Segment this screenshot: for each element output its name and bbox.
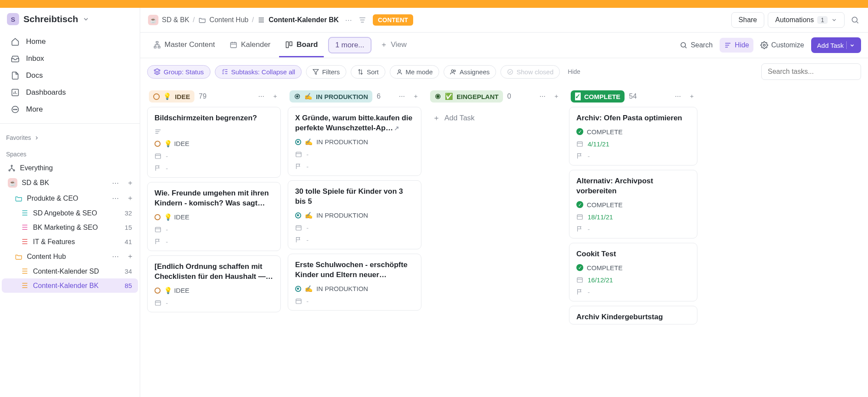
flag-icon[interactable]: [576, 288, 583, 295]
me-label: Me mode: [406, 68, 433, 76]
task-status[interactable]: 💡 IDEE: [155, 213, 273, 221]
plus-icon[interactable]: ＋: [127, 179, 134, 188]
favorites-section[interactable]: Favorites: [0, 127, 140, 144]
task-status[interactable]: ✓COMPLETE: [576, 264, 690, 271]
nav-home[interactable]: Home: [3, 33, 137, 50]
filter-hide[interactable]: Hide: [564, 68, 584, 75]
ellipsis-icon[interactable]: ⋯: [673, 91, 683, 102]
ellipsis-icon[interactable]: ⋯: [256, 91, 266, 102]
flag-icon[interactable]: [155, 165, 161, 172]
tab-kalender[interactable]: Kalender: [224, 33, 276, 57]
flag-icon[interactable]: [576, 225, 583, 232]
ellipsis-icon[interactable]: ⋯: [112, 252, 119, 261]
breadcrumb-current[interactable]: Content-Kalender BK: [269, 16, 339, 24]
tab-master-content[interactable]: Master Content: [147, 33, 221, 57]
tree-space-sdbk[interactable]: ☕ SD & BK ⋯ ＋: [2, 175, 138, 191]
flag-icon[interactable]: [155, 238, 161, 245]
status-chip-eingeplant[interactable]: ✅ EINGEPLANT: [430, 90, 503, 103]
status-chip-complete[interactable]: ✓ COMPLETE: [571, 90, 625, 103]
search-button[interactable]: Search: [675, 38, 717, 53]
calendar-icon[interactable]: [576, 140, 583, 147]
status-chip-produktion[interactable]: ✍️ IN PRODUKTION: [289, 90, 372, 103]
chevron-down-icon: [82, 16, 89, 23]
workspace-switcher[interactable]: S Schreibtisch: [0, 8, 140, 31]
breadcrumb-folder[interactable]: Content Hub: [210, 16, 249, 24]
task-status[interactable]: 💡 IDEE: [155, 140, 273, 148]
task-status[interactable]: ✓COMPLETE: [576, 201, 690, 208]
flag-icon[interactable]: [295, 236, 302, 243]
ellipsis-icon[interactable]: ⋯: [112, 179, 119, 187]
tree-list-sd-angebote[interactable]: ☰ SD Angebote & SEO 32: [2, 206, 138, 220]
calendar-icon[interactable]: [576, 213, 583, 220]
ellipsis-icon[interactable]: ⋯: [112, 194, 119, 202]
sort-pill[interactable]: Sort: [351, 65, 385, 79]
task-card[interactable]: Archiv: Ofen Pasta optimieren ✓COMPLETE …: [569, 107, 697, 165]
calendar-icon[interactable]: [295, 224, 302, 231]
task-status[interactable]: ✍️ IN PRODUKTION: [295, 285, 414, 293]
settings-icon[interactable]: [358, 16, 367, 24]
flag-icon[interactable]: [576, 152, 583, 159]
calendar-icon[interactable]: [295, 151, 302, 158]
plus-icon[interactable]: ＋: [270, 91, 280, 102]
show-closed-pill[interactable]: Show closed: [500, 65, 560, 79]
external-link-icon[interactable]: ↗: [394, 125, 399, 132]
nav-more[interactable]: More: [3, 101, 137, 118]
tree-everything[interactable]: Everything: [2, 161, 138, 175]
task-card[interactable]: 30 tolle Spiele für Kinder von 3 bis 5 ✍…: [288, 180, 421, 249]
plus-icon[interactable]: ＋: [127, 252, 134, 261]
tree-list-kalender-bk[interactable]: ☰ Content-Kalender BK 85: [2, 278, 138, 293]
task-card[interactable]: Alternativ: Archivpost vorbereiten ✓COMP…: [569, 170, 697, 238]
task-status[interactable]: ✍️ IN PRODUKTION: [295, 138, 414, 146]
nav-inbox[interactable]: Inbox: [3, 50, 137, 67]
task-card[interactable]: [Endlich Ordnung schaffen mit Checkliste…: [147, 255, 281, 312]
task-card[interactable]: Wie. Freunde umgehen mit ihren Kindern -…: [147, 182, 281, 251]
add-task-button[interactable]: Add Task: [811, 37, 861, 53]
add-view[interactable]: ＋ View: [374, 33, 413, 58]
plus-icon[interactable]: ＋: [687, 91, 697, 102]
ellipsis-icon[interactable]: ⋯: [345, 16, 352, 24]
nav-dashboards[interactable]: Dashboards: [3, 84, 137, 101]
ellipsis-icon[interactable]: ⋯: [397, 91, 407, 102]
task-card[interactable]: Archiv Kindergeburtstag: [569, 306, 697, 324]
add-task-inline[interactable]: ＋ Add Task: [428, 107, 564, 129]
calendar-icon[interactable]: [155, 152, 161, 159]
task-card[interactable]: Erste Schulwochen - erschöpfte Kinder un…: [288, 254, 421, 311]
task-status[interactable]: 💡 IDEE: [155, 287, 273, 294]
plus-icon[interactable]: ＋: [411, 91, 421, 102]
plus-icon[interactable]: ＋: [127, 194, 134, 203]
nav-docs[interactable]: Docs: [3, 67, 137, 84]
ellipsis-icon[interactable]: ⋯: [538, 91, 547, 102]
tab-board[interactable]: Board: [279, 33, 324, 57]
subtasks-pill[interactable]: Subtasks: Collapse all: [215, 65, 302, 79]
search-icon[interactable]: [848, 13, 862, 27]
breadcrumb-space[interactable]: SD & BK: [162, 16, 189, 24]
customize-button[interactable]: Customize: [756, 38, 809, 53]
task-status[interactable]: ✍️ IN PRODUKTION: [295, 212, 414, 219]
calendar-icon[interactable]: [576, 276, 583, 283]
task-card[interactable]: Bildschirmzeiten begrenzen? 💡 IDEE - -: [147, 107, 281, 178]
me-mode-pill[interactable]: Me mode: [390, 65, 440, 79]
list-tag[interactable]: CONTENT: [373, 14, 414, 26]
calendar-icon[interactable]: [295, 298, 302, 304]
task-card[interactable]: X Gründe, warum bitte.kaufen die perfekt…: [288, 107, 421, 176]
tree-folder-produkte[interactable]: Produkte & CEO ⋯ ＋: [2, 191, 138, 206]
calendar-icon[interactable]: [155, 226, 161, 233]
tree-folder-content-hub[interactable]: Content Hub ⋯ ＋: [2, 249, 138, 264]
status-chip-idee[interactable]: 💡 IDEE: [149, 90, 194, 103]
share-button[interactable]: Share: [731, 12, 765, 28]
assignees-pill[interactable]: Assignees: [444, 65, 496, 79]
tree-list-kalender-sd[interactable]: ☰ Content-Kalender SD 34: [2, 264, 138, 278]
calendar-icon[interactable]: [155, 299, 161, 306]
flag-icon[interactable]: [295, 163, 302, 170]
task-card[interactable]: Cookit Test ✓COMPLETE 16/12/21 -: [569, 243, 697, 301]
task-status[interactable]: ✓COMPLETE: [576, 128, 690, 136]
tree-list-it-features[interactable]: ☰ IT & Features 41: [2, 235, 138, 249]
automations-button[interactable]: Automations 1: [768, 12, 845, 28]
plus-icon[interactable]: ＋: [552, 91, 561, 102]
tab-more[interactable]: 1 more...: [328, 37, 371, 53]
filters-pill[interactable]: Filters: [306, 65, 346, 79]
tree-list-bk-marketing[interactable]: ☰ BK Marketing & SEO 15: [2, 220, 138, 235]
hide-button[interactable]: Hide: [720, 38, 753, 53]
search-tasks-input[interactable]: [761, 63, 861, 80]
group-pill[interactable]: Group: Status: [147, 65, 210, 79]
